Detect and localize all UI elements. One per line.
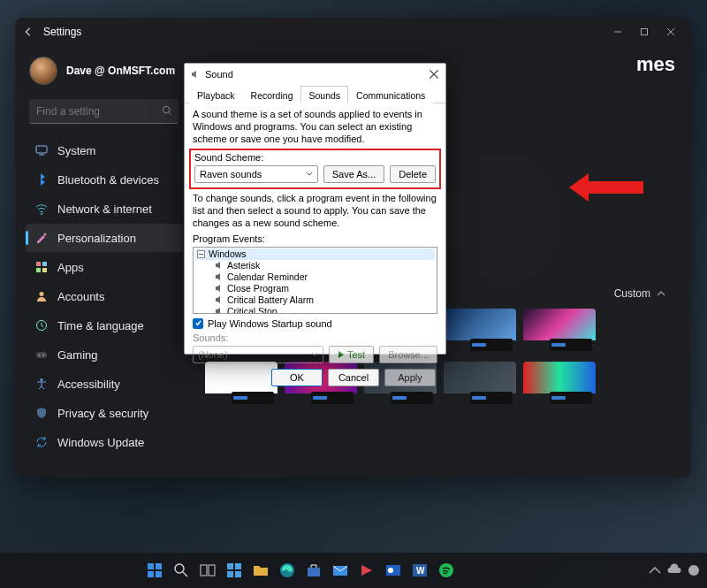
sidebar-item-bluetooth[interactable]: Bluetooth & devices bbox=[26, 165, 182, 194]
taskbar-start-icon[interactable] bbox=[143, 559, 166, 582]
svg-rect-2 bbox=[36, 146, 47, 153]
speaker-icon bbox=[215, 284, 224, 293]
svg-rect-20 bbox=[156, 563, 162, 569]
sound-icon bbox=[190, 69, 201, 80]
scheme-description: A sound theme is a set of sounds applied… bbox=[193, 109, 437, 145]
svg-point-23 bbox=[175, 564, 184, 573]
search-input[interactable] bbox=[29, 99, 179, 124]
sidebar-item-time[interactable]: Time & language bbox=[26, 311, 182, 340]
taskbar-word-icon[interactable]: W bbox=[408, 559, 431, 582]
personalization-icon bbox=[34, 231, 49, 245]
sidebar-item-label: Privacy & security bbox=[57, 407, 148, 420]
red-arrow-annotation bbox=[569, 173, 643, 202]
speaker-icon bbox=[215, 307, 224, 314]
accounts-icon bbox=[34, 289, 49, 303]
tray-cloud-icon[interactable] bbox=[666, 562, 682, 578]
svg-rect-26 bbox=[227, 563, 233, 569]
tray-status-icon[interactable] bbox=[686, 562, 702, 578]
sidebar-item-accessibility[interactable]: Accessibility bbox=[26, 370, 182, 398]
test-button[interactable]: Test bbox=[329, 346, 374, 363]
event-item[interactable]: Close Program bbox=[195, 283, 435, 294]
tray-chevron-up-icon[interactable] bbox=[647, 562, 663, 578]
scheme-label: Sound Scheme: bbox=[194, 152, 436, 163]
theme-tile[interactable] bbox=[523, 362, 596, 408]
svg-text:W: W bbox=[416, 566, 425, 576]
sidebar-item-apps[interactable]: Apps bbox=[26, 253, 182, 281]
close-button[interactable] bbox=[658, 22, 684, 42]
apply-button: Apply bbox=[384, 369, 436, 386]
tab-recording[interactable]: Recording bbox=[243, 86, 301, 103]
program-events-list[interactable]: WindowsAsteriskCalendar ReminderClose Pr… bbox=[193, 247, 437, 314]
taskbar-widgets-icon[interactable] bbox=[223, 559, 246, 582]
save-as-button[interactable]: Save As... bbox=[323, 165, 385, 183]
theme-tile[interactable] bbox=[444, 362, 516, 408]
taskbar-video-icon[interactable] bbox=[355, 559, 378, 582]
svg-point-4 bbox=[44, 233, 47, 236]
custom-link[interactable]: Custom bbox=[614, 287, 666, 300]
system-icon bbox=[34, 143, 49, 157]
sidebar-item-label: Windows Update bbox=[57, 436, 144, 449]
delete-button[interactable]: Delete bbox=[390, 165, 436, 183]
svg-rect-11 bbox=[36, 352, 47, 358]
taskbar-mail-icon[interactable] bbox=[329, 559, 352, 582]
maximize-button[interactable] bbox=[631, 22, 658, 42]
event-item[interactable]: Critical Stop bbox=[195, 306, 435, 314]
sidebar-item-wifi[interactable]: Network & internet bbox=[26, 195, 182, 223]
profile[interactable]: Dave @ OnMSFT.com bbox=[26, 51, 182, 97]
update-icon bbox=[34, 435, 49, 449]
tab-sounds[interactable]: Sounds bbox=[300, 86, 348, 103]
taskbar-taskview-icon[interactable] bbox=[196, 559, 219, 582]
taskbar-spotify-icon[interactable] bbox=[435, 559, 458, 582]
taskbar-edge-icon[interactable] bbox=[276, 559, 299, 582]
event-item[interactable]: Asterisk bbox=[195, 260, 435, 271]
svg-rect-21 bbox=[148, 571, 154, 577]
event-item[interactable]: Calendar Reminder bbox=[195, 271, 435, 283]
sidebar-item-label: Gaming bbox=[57, 348, 98, 362]
svg-point-13 bbox=[43, 355, 45, 356]
svg-point-3 bbox=[41, 213, 42, 215]
taskbar: W bbox=[0, 553, 707, 588]
tab-playback[interactable]: Playback bbox=[189, 86, 243, 103]
close-icon[interactable] bbox=[428, 68, 440, 80]
event-item[interactable]: Critical Battery Alarm bbox=[195, 294, 435, 306]
sidebar-item-personalization[interactable]: Personalization bbox=[26, 224, 182, 252]
back-icon[interactable] bbox=[22, 26, 34, 38]
ok-button[interactable]: OK bbox=[271, 369, 323, 386]
sidebar-item-accounts[interactable]: Accounts bbox=[26, 282, 182, 310]
taskbar-search-icon[interactable] bbox=[170, 559, 193, 582]
event-root[interactable]: Windows bbox=[195, 248, 435, 260]
privacy-icon bbox=[34, 406, 49, 420]
startup-checkbox[interactable] bbox=[193, 318, 203, 329]
taskbar-explorer-icon[interactable] bbox=[249, 559, 272, 582]
taskbar-store-icon[interactable] bbox=[302, 559, 325, 582]
theme-tile[interactable] bbox=[444, 309, 516, 355]
search-icon bbox=[161, 104, 173, 117]
sidebar-item-label: Time & language bbox=[57, 319, 144, 332]
sidebar-item-update[interactable]: Windows Update bbox=[26, 428, 182, 456]
svg-point-1 bbox=[163, 106, 170, 113]
titlebar: Settings bbox=[15, 18, 691, 46]
speaker-icon bbox=[215, 261, 224, 270]
minimize-button[interactable] bbox=[604, 22, 631, 42]
browse-button[interactable]: Browse... bbox=[379, 346, 437, 363]
theme-tile[interactable] bbox=[523, 309, 596, 355]
svg-rect-19 bbox=[148, 563, 154, 569]
gaming-icon bbox=[34, 347, 49, 362]
cancel-button[interactable]: Cancel bbox=[328, 369, 379, 386]
scheme-dropdown[interactable]: Raven sounds bbox=[194, 165, 318, 183]
dialog-title: Sound bbox=[205, 69, 233, 80]
taskbar-outlook-icon[interactable] bbox=[382, 559, 405, 582]
profile-name: Dave @ OnMSFT.com bbox=[66, 65, 175, 77]
chevron-down-icon bbox=[311, 351, 318, 358]
sidebar-item-privacy[interactable]: Privacy & security bbox=[26, 399, 182, 427]
chevron-down-icon bbox=[306, 171, 313, 178]
sidebar-item-label: Accounts bbox=[57, 290, 104, 303]
dialog-titlebar: Sound bbox=[185, 64, 445, 85]
sidebar-item-label: Bluetooth & devices bbox=[57, 173, 159, 187]
time-icon bbox=[34, 318, 49, 332]
scheme-section-highlight: Sound Scheme: Raven sounds Save As... De… bbox=[189, 149, 441, 189]
tab-communications[interactable]: Communications bbox=[348, 86, 433, 103]
sidebar-item-system[interactable]: System bbox=[26, 136, 182, 164]
sounds-dropdown: (None) bbox=[193, 346, 323, 363]
sidebar-item-gaming[interactable]: Gaming bbox=[26, 340, 182, 369]
